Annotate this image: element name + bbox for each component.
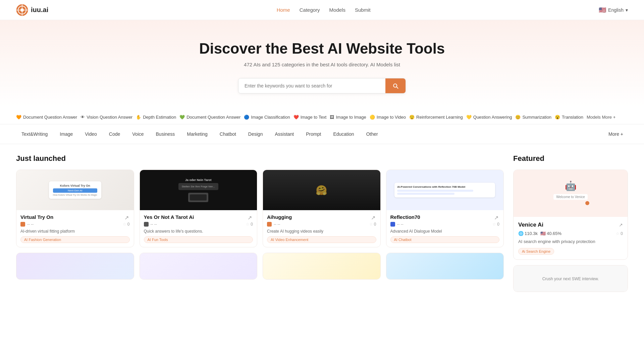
card-title: Yes Or Not A Tarot Ai (144, 214, 194, 220)
card-stats: -- -- (274, 222, 280, 227)
cat-code[interactable]: Code (104, 129, 125, 139)
chevron-down-icon: ▾ (626, 7, 628, 13)
cat-voice[interactable]: Voice (127, 129, 149, 139)
model-tag-translation[interactable]: 😮 Translation (555, 114, 583, 121)
featured-thumb: 🤖 Welcome to Venice (514, 170, 628, 217)
model-tag-img-class[interactable]: 🔵 Image Classification (244, 114, 290, 121)
lang-label: English (608, 7, 624, 13)
nav-models[interactable]: Models (329, 7, 345, 13)
card-grid-row1: Kolors Virtual Try On Next-Gen AI How Ko… (16, 170, 504, 247)
featured-meta: 🌐 110.3k 🇺🇸 40.65% ☆ 0 (518, 231, 623, 236)
card-stats: -- -- (151, 222, 157, 227)
card-rating: ☆ 0 (246, 222, 253, 227)
featured-rating: ☆ 0 (616, 231, 623, 236)
external-link-icon: ↗ (371, 215, 376, 220)
search-button[interactable] (385, 78, 406, 93)
model-tag-doc-qa[interactable]: 🧡 Document Question Answer (16, 114, 77, 121)
card-thumb: AI-Powered Conversations with Reflection… (386, 170, 504, 210)
search-input[interactable] (238, 78, 385, 93)
card-tag[interactable]: AI Video Enhancement (267, 236, 376, 243)
card-partial-4 (386, 253, 504, 280)
logo-text: iuu.ai (31, 6, 48, 14)
just-launched-title: Just launched (16, 154, 504, 163)
card-thumb: Kolors Virtual Try On Next-Gen AI How Ko… (16, 170, 134, 210)
model-tag-img-video[interactable]: 🟡 Image to Video (370, 114, 406, 121)
model-tag-doc-qa2[interactable]: 💚 Document Question Answer (179, 114, 240, 121)
cat-video[interactable]: Video (79, 129, 102, 139)
category-tabs: Text&Writing Image Video Code Voice Busi… (0, 124, 644, 144)
card-aihugging: 🤗 Aihugging ↗ -- -- ☆ 0 (263, 170, 381, 247)
card-grid-row2 (16, 253, 504, 280)
model-tag-depth[interactable]: ✋ Depth Estimation (136, 114, 176, 121)
card-tag[interactable]: AI Fun Tools (144, 236, 253, 243)
card-stats: -- -- (27, 222, 34, 227)
navbar: iuu.ai Home Category Models Submit 🇺🇸 En… (0, 0, 644, 20)
cat-prompt[interactable]: Prompt (301, 129, 326, 139)
card-body: Virtual Try On ↗ -- -- ☆ 0 AI-driven vir… (16, 210, 134, 247)
cat-other[interactable]: Other (361, 129, 383, 139)
cat-education[interactable]: Education (328, 129, 359, 139)
cat-text-writing[interactable]: Text&Writing (16, 129, 53, 139)
cat-image[interactable]: Image (54, 129, 78, 139)
model-tag-more[interactable]: Models More + (587, 114, 615, 121)
main-content: Just launched Kolors Virtual Try On Next… (0, 144, 644, 307)
nav-home[interactable]: Home (277, 7, 290, 13)
card-desc: Quick answers to life's questions. (144, 229, 253, 234)
hero-subtitle: 472 AIs and 125 categories in the best A… (16, 62, 628, 67)
card-favicon (144, 222, 149, 227)
featured-tag[interactable]: Ai Search Engine (518, 248, 554, 255)
card-meta: -- -- ☆ 0 (144, 222, 253, 227)
card-meta: -- -- ☆ 0 (390, 222, 500, 227)
card-body: Reflection70 ↗ -- -- ☆ 0 Advanced AI Dia… (386, 210, 504, 247)
model-tag-rl[interactable]: 😯 Reinforcement Learning (409, 114, 463, 121)
nav-links: Home Category Models Submit (277, 7, 371, 13)
search-bar (238, 78, 406, 94)
featured-section: Featured 🤖 Welcome to Venice Venice Ai ↗… (504, 154, 628, 297)
cat-chatbot[interactable]: Chatbot (214, 129, 241, 139)
card-favicon (390, 222, 395, 227)
flag-us-icon: 🇺🇸 (540, 231, 546, 236)
card-tarot-ai: Ja oder Nein Tarot Stellen Sie Ihre Frag… (140, 170, 258, 247)
logo[interactable]: iuu.ai (16, 4, 48, 16)
card-rating: ☆ 0 (369, 222, 376, 227)
model-tag-summarize[interactable]: 😊 Summarization (515, 114, 551, 121)
star-icon: ☆ (616, 231, 620, 236)
featured-desc: AI search engine with privacy protection (518, 239, 623, 245)
language-selector[interactable]: 🇺🇸 English ▾ (599, 6, 628, 14)
card-tag[interactable]: AI Chatbot (390, 236, 500, 243)
cat-assistant[interactable]: Assistant (269, 129, 299, 139)
star-icon: ☆ (369, 222, 373, 227)
featured-card-venice: 🤖 Welcome to Venice Venice Ai ↗ 🌐 110.3k (513, 170, 628, 260)
model-tag-img-text[interactable]: ❤️ Image to Text (293, 114, 327, 121)
card-title: Reflection70 (390, 214, 420, 220)
nav-category[interactable]: Category (300, 7, 320, 13)
card-desc: Create AI hugging videos easily (267, 229, 376, 234)
featured-visitors: 🌐 110.3k (518, 231, 538, 236)
cat-marketing[interactable]: Marketing (181, 129, 213, 139)
flag-icon: 🇺🇸 (599, 6, 606, 14)
cat-design[interactable]: Design (243, 129, 268, 139)
external-link-icon: ↗ (494, 215, 499, 220)
card-virtual-try-on: Kolors Virtual Try On Next-Gen AI How Ko… (16, 170, 134, 247)
card-rating: ☆ 0 (492, 222, 499, 227)
external-link-icon: ↗ (248, 215, 253, 220)
featured-title: Featured (513, 154, 628, 163)
model-tag-img-img[interactable]: 🖼 Image to Image (330, 114, 366, 121)
hero-section: Discover the Best AI Website Tools 472 A… (0, 20, 644, 107)
logo-icon (16, 4, 28, 16)
card-meta: -- -- ☆ 0 (20, 222, 130, 227)
star-icon: ☆ (492, 222, 496, 227)
cat-business[interactable]: Business (151, 129, 180, 139)
cat-more[interactable]: More + (604, 129, 628, 139)
card-title: Aihugging (267, 214, 292, 220)
model-tags-bar: 🧡 Document Question Answer 👁 Vision Ques… (0, 107, 644, 124)
model-tag-vision-qa[interactable]: 👁 Vision Question Answer (80, 114, 132, 121)
card-favicon (20, 222, 25, 227)
featured-card-title: Venice Ai (518, 222, 543, 228)
card-body: Aihugging ↗ -- -- ☆ 0 Create AI hugging … (263, 210, 380, 247)
nav-submit[interactable]: Submit (355, 7, 371, 13)
card-tag[interactable]: AI Fashion Generation (20, 236, 130, 243)
card-favicon (267, 222, 272, 227)
external-link-icon: ↗ (124, 215, 130, 220)
model-tag-qa[interactable]: 💛 Question Answering (466, 114, 512, 121)
